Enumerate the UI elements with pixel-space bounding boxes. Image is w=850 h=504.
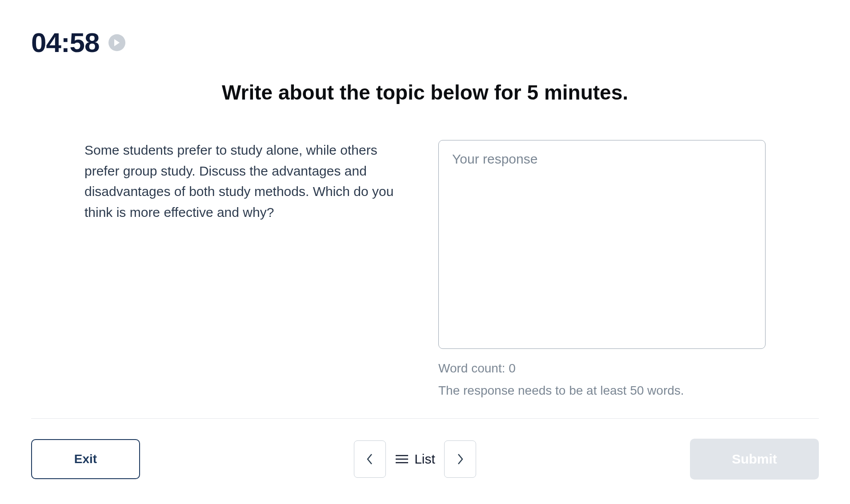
exit-button[interactable]: Exit: [31, 439, 140, 479]
play-icon: [113, 39, 120, 47]
prompt-text: Some students prefer to study alone, whi…: [84, 140, 412, 398]
submit-button[interactable]: Submit: [690, 439, 819, 480]
chevron-left-icon: [366, 452, 374, 466]
menu-icon: [395, 454, 409, 464]
min-words-label: The response needs to be at least 50 wor…: [438, 384, 766, 398]
timer-value: 04:58: [31, 27, 100, 58]
list-button[interactable]: List: [395, 452, 435, 467]
footer-bar: Exit List Submit: [31, 418, 819, 480]
next-button[interactable]: [444, 440, 476, 478]
response-input[interactable]: [438, 140, 766, 349]
timer-row: 04:58: [31, 27, 819, 58]
response-column: Word count: 0 The response needs to be a…: [438, 140, 766, 398]
nav-center: List: [354, 440, 476, 478]
instruction-heading: Write about the topic below for 5 minute…: [31, 80, 819, 104]
play-button[interactable]: [108, 34, 125, 51]
prev-button[interactable]: [354, 440, 386, 478]
word-count-label: Word count: 0: [438, 361, 766, 376]
content-area: Some students prefer to study alone, whi…: [31, 140, 819, 398]
chevron-right-icon: [456, 452, 464, 466]
list-label: List: [414, 452, 435, 467]
